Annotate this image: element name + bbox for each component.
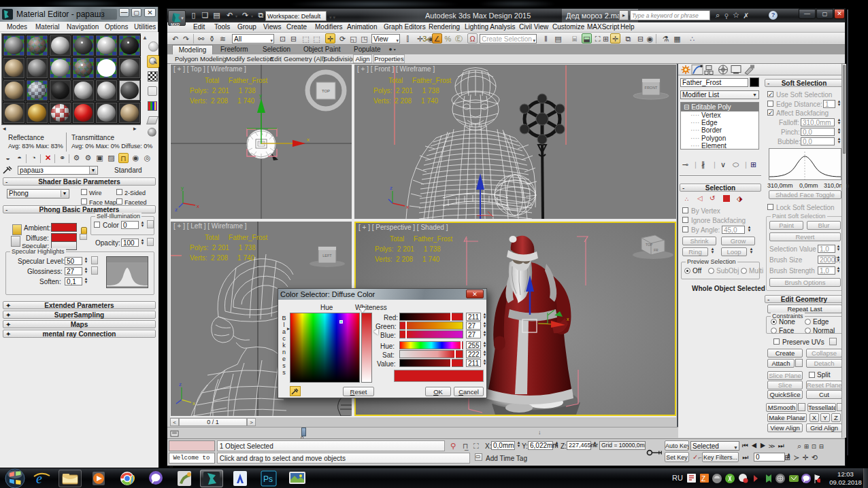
svg-text:z: z [175, 207, 178, 213]
svg-text:z: z [390, 185, 393, 191]
svg-text:x: x [406, 204, 409, 210]
svg-text:Z: Z [701, 475, 705, 483]
svg-text:LEFT: LEFT [322, 254, 332, 258]
svg-text:FR: FR [654, 248, 658, 252]
svg-text:x: x [193, 400, 195, 406]
svg-text:x: x [307, 137, 310, 143]
svg-text:x: x [197, 203, 199, 209]
svg-text:FRONT: FRONT [645, 86, 658, 90]
svg-text:TOP: TOP [322, 89, 330, 93]
svg-text:y: y [181, 185, 184, 191]
svg-text:TOP: TOP [646, 243, 653, 247]
svg-text:Ps: Ps [263, 474, 273, 484]
svg-text:z: z [179, 381, 182, 387]
svg-text:x: x [567, 317, 569, 321]
